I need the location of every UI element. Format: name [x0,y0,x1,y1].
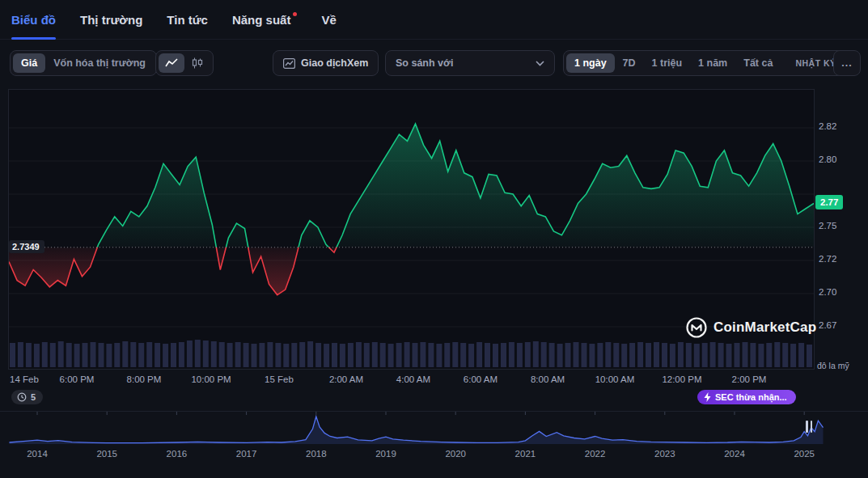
line-chart-type-button[interactable] [159,53,184,73]
chart-toolbar: Giá Vốn hóa thị trường Giao dịchXem [0,50,868,76]
minimap-year-label: 2019 [375,449,396,459]
x-axis-tick-label: 4:00 AM [396,374,430,384]
notification-dot [293,12,297,16]
minimap-year-label: 2021 [515,449,536,459]
minimap-year-label: 2020 [445,449,466,459]
range-1d-button[interactable]: 1 ngày [566,53,615,73]
x-axis-tick-label: 2:00 PM [732,374,767,384]
metric-price-button[interactable]: Giá [13,53,45,73]
history-clock-icon [17,392,27,402]
range-1y-button[interactable]: 1 năm [690,53,735,73]
minimap-year-label: 2016 [167,449,188,459]
metric-toggle: Giá Vốn hóa thị trường [10,50,157,76]
chevron-down-icon [536,61,544,66]
tradingview-button[interactable]: Giao dịchXem [273,50,379,76]
minimap-svg [0,412,868,446]
minimap-year-label: 2024 [724,449,745,459]
y-axis-tick-label: 2.82 [819,121,836,131]
tab-yield[interactable]: Năng suất [232,0,298,39]
minimap-year-label: 2025 [794,449,815,459]
minimap-range-handle[interactable] [806,421,812,433]
chart-type-toggle [155,50,214,76]
trading-chart-icon [283,58,295,69]
minimap-year-label: 2017 [236,449,257,459]
y-axis-tick-label: 2.80 [819,154,836,164]
top-nav: Biểu đồ Thị trường Tin tức Năng suất Về [0,0,868,40]
candlestick-icon [191,57,204,69]
x-axis-tick-label: 14 Feb [10,374,39,384]
tradingview-button-label: Giao dịchXem [301,57,368,69]
current-price-badge: 2.77 [815,195,843,209]
currency-unit-label: đô la mỹ [817,361,849,370]
x-axis-tick-label: 8:00 PM [127,374,162,384]
y-axis-tick-label: 2.70 [819,287,836,297]
tab-markets-label: Thị trường [80,13,142,27]
x-axis-tick-label: 2:00 AM [329,374,363,384]
coinmarketcap-chart-page: Biểu đồ Thị trường Tin tức Năng suất Về … [0,0,868,478]
y-axis-tick-label: 2.72 [819,254,836,264]
minimap-year-label: 2023 [654,449,675,459]
x-axis-tick-label: 15 Feb [265,374,294,384]
compare-dropdown-label: So sánh với [396,57,453,69]
tab-news-label: Tin tức [167,13,208,27]
line-chart-icon [165,58,178,68]
tab-news[interactable]: Tin tức [167,0,208,39]
y-axis-tick-label: 2.67 [819,320,836,330]
metric-marketcap-button[interactable]: Vốn hóa thị trường [45,53,154,73]
time-range-group: 1 ngày 7D 1 triệu 1 năm Tất cả NHẬT KÝ [563,50,848,76]
history-minimap[interactable] [0,411,868,446]
tab-markets[interactable]: Thị trường [80,0,142,39]
coinmarketcap-watermark-text: CoinMarketCap [713,319,816,336]
news-event-badge[interactable]: SEC thừa nhận... [697,390,796,404]
x-axis-tick-label: 10:00 AM [595,374,635,384]
candlestick-chart-type-button[interactable] [184,53,210,73]
minimap-year-label: 2022 [585,449,606,459]
lightning-icon [704,392,711,402]
history-button[interactable]: 5 [11,390,43,404]
range-all-button[interactable]: Tất cả [735,53,781,73]
tab-chart-label: Biểu đồ [11,13,56,27]
x-axis-tick-label: 6:00 AM [464,374,498,384]
x-axis-tick-label: 12:00 PM [662,374,701,384]
tab-about-label: Về [321,13,336,27]
coinmarketcap-watermark: CoinMarketCap [686,317,816,338]
range-1m-button[interactable]: 1 triệu [644,53,691,73]
minimap-year-label: 2018 [306,449,327,459]
more-options-button[interactable]: ... [833,50,861,76]
coinmarketcap-logo-icon [686,317,707,338]
history-count: 5 [31,392,36,402]
baseline-price-label: 2.7349 [9,240,44,253]
minimap-year-label: 2014 [27,449,48,459]
tab-yield-label: Năng suất [232,13,291,27]
y-axis-tick-label: 2.75 [819,221,836,231]
news-event-label: SEC thừa nhận... [715,392,787,402]
x-axis-tick-label: 6:00 PM [60,374,95,384]
x-axis-tick-label: 10:00 PM [191,374,231,384]
tab-chart[interactable]: Biểu đồ [11,0,56,39]
minimap-year-label: 2015 [96,449,117,459]
tab-about[interactable]: Về [321,0,336,39]
more-options-label: ... [841,57,852,69]
compare-dropdown[interactable]: So sánh với [385,50,555,76]
range-7d-button[interactable]: 7D [615,53,644,73]
x-axis-tick-label: 8:00 AM [531,374,565,384]
